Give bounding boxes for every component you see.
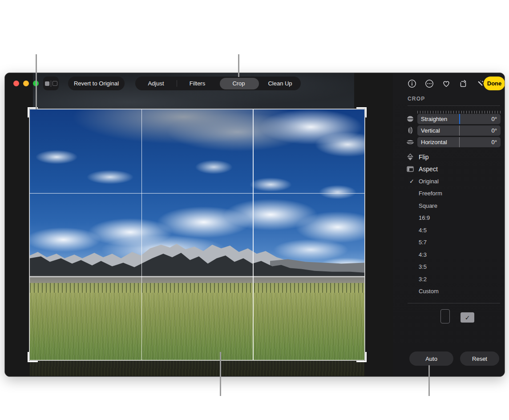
photo-canvas: Revert to Original Adjust Filters Crop C… (5, 73, 393, 376)
horizontal-label: Horizontal (421, 139, 447, 145)
aspect-option-5-7[interactable]: 5:7 (393, 236, 505, 248)
sidebar-divider-bottom (408, 303, 500, 303)
crop-sidebar: CROP Straighten 0° Vertical 0° (393, 73, 505, 376)
horizontal-slider[interactable]: Horizontal 0° (417, 137, 501, 147)
tab-filters[interactable]: Filters (177, 77, 218, 90)
edit-mode-segmented-control: Adjust Filters Crop Clean Up (135, 77, 301, 90)
checkmark-icon: ✓ (409, 178, 416, 185)
favorite-heart-icon[interactable] (441, 79, 451, 89)
close-button[interactable] (13, 81, 19, 86)
crop-handle-top-right[interactable] (356, 107, 367, 117)
compare-filled-square-icon (45, 81, 49, 86)
aspect-option-freeform[interactable]: Freeform (393, 187, 505, 199)
sidebar-divider-top (408, 105, 500, 106)
aspect-option-4-3[interactable]: 4:3 (393, 249, 505, 261)
callout-line-photo (220, 352, 221, 396)
straighten-ruler-ticks (417, 111, 501, 113)
straighten-slider[interactable]: Straighten 0° (417, 114, 501, 124)
revert-to-original-button[interactable]: Revert to Original (68, 77, 125, 90)
landscape-checkmark-icon: ✓ (465, 314, 470, 321)
vertical-slider[interactable]: Vertical 0° (417, 125, 501, 136)
aspect-option-4-5[interactable]: 4:5 (393, 224, 505, 236)
tab-adjust[interactable]: Adjust (135, 77, 177, 90)
compare-original-button[interactable] (43, 77, 59, 90)
flip-button[interactable]: Flip (406, 153, 429, 161)
more-options-icon[interactable] (424, 79, 434, 89)
info-icon[interactable] (407, 79, 417, 89)
callout-line-auto-button (428, 365, 430, 396)
auto-button[interactable]: Auto (409, 351, 453, 366)
straighten-label: Straighten (421, 116, 447, 122)
reset-button[interactable]: Reset (460, 351, 499, 366)
horizontal-indicator (459, 137, 460, 147)
orientation-portrait-toggle[interactable] (440, 309, 450, 323)
crop-handle-bottom-left[interactable] (28, 352, 38, 362)
callout-line-crop-tab (238, 54, 239, 77)
toolbar-icon-cluster (400, 77, 493, 90)
photos-edit-window: Revert to Original Adjust Filters Crop C… (4, 73, 505, 377)
horizontal-value: 0° (492, 139, 497, 145)
compare-divider (51, 81, 51, 87)
minimize-button[interactable] (23, 81, 29, 86)
aspect-label: Aspect (419, 166, 438, 173)
flip-icon (406, 153, 414, 161)
crop-grid-vertical-1 (141, 109, 142, 360)
aspect-option-square[interactable]: Square (393, 200, 505, 212)
straighten-value: 0° (492, 116, 497, 122)
tab-clean-up[interactable]: Clean Up (259, 77, 301, 90)
vertical-indicator (459, 125, 460, 136)
aspect-option-16-9[interactable]: 16:9 (393, 212, 505, 224)
aspect-button[interactable]: Aspect (406, 165, 438, 173)
crop-handle-bottom-right[interactable] (356, 352, 367, 362)
done-button[interactable]: Done (484, 77, 505, 90)
aspect-option-3-5[interactable]: 3:5 (393, 261, 505, 273)
flip-label: Flip (419, 153, 429, 161)
vertical-perspective-icon (406, 126, 414, 134)
aspect-icon (406, 165, 414, 173)
orientation-landscape-toggle[interactable]: ✓ (461, 312, 474, 323)
sidebar-header: CROP (408, 96, 425, 102)
aspect-option-3-2[interactable]: 3:2 (393, 273, 505, 285)
crop-grid-horizontal-1 (30, 193, 364, 194)
compare-outline-square-icon (53, 81, 57, 86)
aspect-option-original[interactable]: ✓ Original (393, 175, 505, 187)
crop-frame[interactable] (30, 109, 364, 360)
tab-crop[interactable]: Crop (218, 77, 259, 90)
crop-grid-horizontal-2 (30, 276, 364, 277)
straighten-indicator (459, 114, 461, 124)
aspect-option-custom[interactable]: Custom (393, 285, 505, 297)
horizontal-perspective-icon (406, 138, 414, 146)
crop-grid-vertical-2 (253, 109, 253, 360)
straighten-icon (406, 115, 414, 123)
photo-outside-crop-bottom (30, 360, 364, 376)
callout-line-crop-handle (36, 54, 37, 109)
rotate-icon[interactable] (458, 79, 468, 89)
vertical-value: 0° (492, 127, 497, 134)
vertical-label: Vertical (421, 127, 440, 134)
